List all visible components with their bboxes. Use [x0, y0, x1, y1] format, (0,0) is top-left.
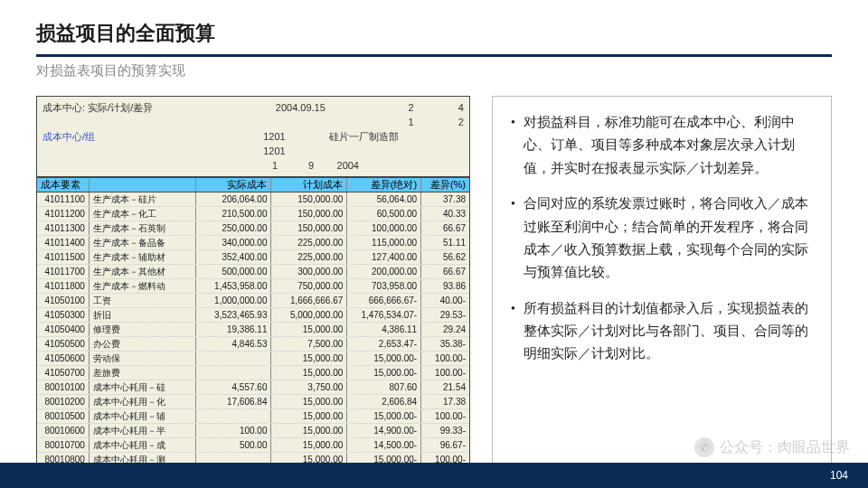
table-row: 41050100工资1,000,000.001,666,666.67666,66…: [37, 294, 469, 308]
bullet-item: 所有损益科目的计划值都录入后，实现损益表的整体实际／计划对比与各部门、项目、合同…: [511, 297, 815, 366]
hdr-n3: 1: [378, 117, 414, 127]
title-underline: [36, 54, 832, 57]
table-row: 41050300折旧3,523,465.935,000,000.001,476,…: [37, 308, 469, 323]
col-var-abs: 差异(绝对): [347, 178, 421, 192]
col-var-pct: 差异(%): [421, 178, 469, 192]
watermark: ✆ 公众号：肉眼品世界: [694, 437, 850, 457]
watermark-text: 公众号：肉眼品世界: [720, 438, 850, 457]
table-row: 80010200成本中心耗用－化17,606.8415,000.002,606.…: [37, 395, 469, 409]
hdr-n2: 4: [428, 102, 464, 113]
hdr-p2: 9: [278, 160, 314, 171]
hdr-code1: 1201: [231, 131, 286, 142]
table-row: 41011100生产成本－硅片206,064.00150,000.0056,06…: [37, 192, 469, 207]
table-row: 41011800生产成本－燃料动1,453,958.00750,000.0070…: [37, 279, 469, 294]
page-number: 104: [830, 469, 848, 482]
table-row: 41011700生产成本－其他材500,000.00300,000.00200,…: [37, 265, 469, 279]
table-row: 41011400生产成本－备品备340,000.00225,000.00115,…: [37, 236, 469, 250]
table-row: 41050600劳动保15,000.0015,000.00-100.00-: [37, 352, 469, 366]
bullet-item: 合同对应的系统发票过账时，将合同收入／成本过账至利润中心；结合简单的开发程序，将…: [511, 192, 815, 285]
page-subtitle: 对损益表项目的预算实现: [0, 62, 868, 80]
hdr-n1: 2: [378, 102, 414, 113]
col-actual: 实际成本: [196, 178, 272, 192]
hdr-code2: 1201: [231, 145, 286, 156]
hdr-n4: 2: [428, 117, 464, 127]
footer-bar: 104: [0, 463, 868, 488]
table-row: 41011500生产成本－辅助材352,400.00225,000.00127,…: [37, 250, 469, 265]
col-plan: 计划成本: [271, 178, 347, 192]
hdr-p3: 2004: [314, 160, 359, 171]
hdr-date: 2004.09.15: [237, 102, 363, 113]
table-row: 80010100成本中心耗用－硅4,557.603,750.00807.6021…: [37, 380, 469, 395]
sap-report-panel: 成本中心: 实际/计划/差异 2004.09.15 2 4 1 2 成本中心/组…: [36, 96, 470, 488]
description-panel: 对损益科目，标准功能可在成本中心、利润中心、订单、项目等多种成本对象层次录入计划…: [492, 96, 832, 488]
hdr-p1: 1: [223, 160, 278, 171]
page-title: 损益项目的全面预算: [0, 0, 868, 51]
table-row: 41050500办公费4,846.537,500.002,653.47-35.3…: [37, 337, 469, 352]
report-header: 成本中心: 实际/计划/差异 2004.09.15 2 4 1 2 成本中心/组…: [37, 97, 469, 177]
col-element: 成本要素: [37, 178, 90, 192]
table-row: 80010600成本中心耗用－半100.0015,000.0014,900.00…: [37, 424, 469, 438]
bullet-item: 对损益科目，标准功能可在成本中心、利润中心、订单、项目等多种成本对象层次录入计划…: [511, 111, 815, 180]
table-row: 41011200生产成本－化工210,500.00150,000.0060,50…: [37, 207, 469, 221]
table-row: 80010700成本中心耗用－成500.0015,000.0014,500.00…: [37, 438, 469, 453]
table-row: 41011300生产成本－石英制250,000.00150,000.00100,…: [37, 221, 469, 236]
table-row: 41050700差旅费15,000.0015,000.00-100.00-: [37, 366, 469, 380]
table-row: 41050400修理费19,386.1115,000.004,386.1129.…: [37, 323, 469, 337]
col-blank: [90, 178, 196, 192]
cost-center-name: 硅片一厂制造部: [293, 130, 420, 144]
hdr-label: 成本中心: 实际/计划/差异: [42, 101, 223, 115]
table-row: 80010500成本中心耗用－辅15,000.0015,000.00-100.0…: [37, 409, 469, 424]
table-header-row: 成本要素 实际成本 计划成本 差异(绝对) 差异(%): [37, 177, 469, 192]
report-table: 成本要素 实际成本 计划成本 差异(绝对) 差异(%) 41011100生产成本…: [37, 177, 469, 488]
wechat-icon: ✆: [694, 437, 714, 457]
cost-center-link[interactable]: 成本中心/组: [42, 130, 223, 144]
